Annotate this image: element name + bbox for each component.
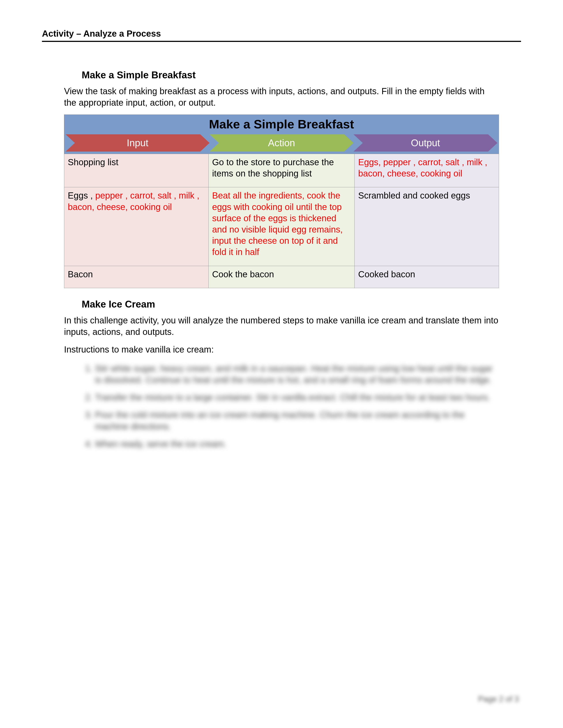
table-arrow-header: Input Action Output (64, 134, 499, 154)
cell-input-3: Bacon (64, 266, 209, 288)
table-row: Eggs , pepper , carrot, salt , milk , ba… (64, 187, 499, 266)
column-header-output-label: Output (411, 137, 440, 148)
cell-action-1: Go to the store to purchase the items on… (208, 154, 355, 187)
table-title: Make a Simple Breakfast (64, 115, 499, 135)
cell-text: Shopping list (68, 157, 118, 167)
cell-text: Bacon (68, 269, 93, 279)
cell-text: Cooked bacon (358, 269, 415, 279)
cell-action-3: Cook the bacon (208, 266, 355, 288)
cell-input-2: Eggs , pepper , carrot, salt , milk , ba… (64, 187, 209, 266)
section2-steps: Stir white sugar, heavy cream, and milk … (64, 363, 499, 450)
table-row: Shopping list Go to the store to purchas… (64, 154, 499, 187)
cell-output-2: Scrambled and cooked eggs (355, 187, 499, 266)
column-header-output: Output (354, 134, 497, 152)
section2-para1: In this challenge activity, you will ana… (64, 315, 499, 338)
table-row: Bacon Cook the bacon Cooked bacon (64, 266, 499, 288)
cell-text: Eggs, pepper , carrot, salt , milk , bac… (358, 157, 487, 178)
column-header-action-label: Action (268, 137, 295, 148)
cell-text: Go to the store to purchase the items on… (212, 157, 334, 178)
column-header-action: Action (209, 134, 354, 152)
cell-text: Cook the bacon (212, 269, 274, 279)
cell-text: Eggs , (68, 191, 95, 200)
cell-input-1: Shopping list (64, 154, 209, 187)
cell-text: Beat all the ingredients, cook the eggs … (212, 191, 343, 257)
document-page: Activity – Analyze a Process Make a Simp… (0, 0, 563, 728)
page-header-title: Activity – Analyze a Process (42, 29, 521, 39)
section2-title: Make Ice Cream (82, 299, 499, 310)
list-item: Transfer the mixture to a large containe… (95, 392, 499, 403)
process-table: Make a Simple Breakfast Input Action Out… (64, 114, 499, 288)
list-item: Pour the cold mixture into an ice cream … (95, 409, 499, 432)
section1-intro: View the task of making breakfast as a p… (64, 85, 499, 108)
header-rule (42, 41, 521, 42)
cell-output-3: Cooked bacon (355, 266, 499, 288)
cell-output-1: Eggs, pepper , carrot, salt , milk , bac… (355, 154, 499, 187)
list-item: When ready, serve the ice cream. (95, 438, 499, 450)
column-header-input: Input (66, 134, 209, 152)
content-area: Make a Simple Breakfast View the task of… (42, 69, 521, 450)
column-header-input-label: Input (127, 137, 148, 148)
list-item: Stir white sugar, heavy cream, and milk … (95, 363, 499, 386)
cell-text: Scrambled and cooked eggs (358, 191, 470, 200)
section1-title: Make a Simple Breakfast (82, 69, 499, 81)
cell-action-2: Beat all the ingredients, cook the eggs … (208, 187, 355, 266)
page-footer: Page 2 of 3 (478, 694, 519, 704)
section2-para2: Instructions to make vanilla ice cream: (64, 344, 499, 355)
